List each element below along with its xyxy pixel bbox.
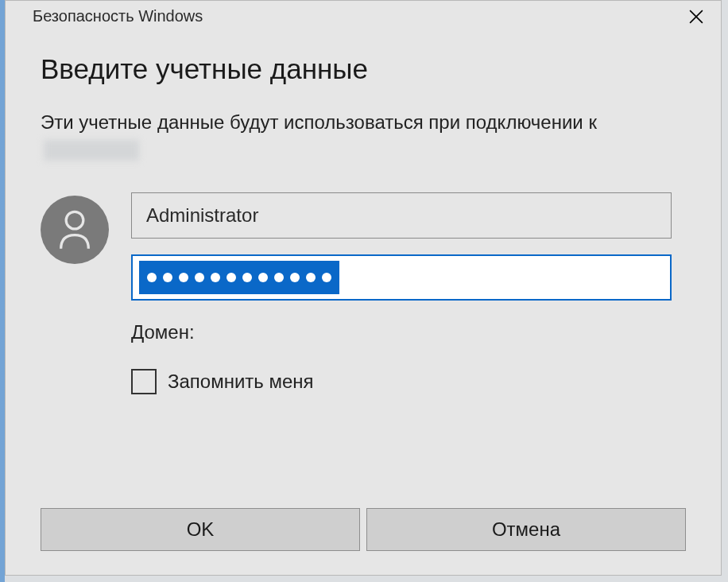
svg-point-2 <box>66 211 83 229</box>
button-row: OK Отмена <box>6 508 721 575</box>
redacted-hostname <box>44 140 139 161</box>
remember-checkbox[interactable] <box>131 369 157 394</box>
password-dot <box>322 273 331 282</box>
close-icon <box>689 10 703 24</box>
credentials-row: Домен: Запомнить меня <box>41 192 686 394</box>
password-input[interactable] <box>131 254 672 301</box>
password-dot <box>227 273 236 282</box>
close-button[interactable] <box>678 4 714 29</box>
password-dot <box>211 273 220 282</box>
password-dot <box>195 273 204 282</box>
password-dot <box>290 273 300 282</box>
fields-column: Домен: Запомнить меня <box>131 192 686 394</box>
user-icon <box>56 209 93 250</box>
subtext-prefix: Эти учетные данные будут использоваться … <box>41 111 597 133</box>
password-dot <box>258 273 268 282</box>
avatar <box>41 196 109 264</box>
remember-label: Запомнить меня <box>168 371 314 393</box>
domain-label: Домен: <box>131 321 686 343</box>
dialog-subtext: Эти учетные данные будут использоваться … <box>41 109 686 162</box>
credentials-dialog: Безопасность Windows Введите учетные дан… <box>5 0 722 576</box>
password-dot <box>306 273 316 282</box>
password-dot <box>147 273 157 282</box>
password-dot <box>274 273 284 282</box>
password-dot <box>163 273 172 282</box>
dialog-content: Введите учетные данные Эти учетные данны… <box>6 41 721 508</box>
username-input[interactable] <box>131 192 672 239</box>
dialog-heading: Введите учетные данные <box>41 53 686 85</box>
password-dot <box>242 273 252 282</box>
password-dot <box>179 273 188 282</box>
remember-row: Запомнить меня <box>131 369 686 394</box>
ok-button[interactable]: OK <box>41 508 360 551</box>
titlebar-title: Безопасность Windows <box>33 7 203 25</box>
cancel-button[interactable]: Отмена <box>366 508 686 551</box>
titlebar: Безопасность Windows <box>6 1 721 41</box>
password-selection <box>139 261 339 294</box>
